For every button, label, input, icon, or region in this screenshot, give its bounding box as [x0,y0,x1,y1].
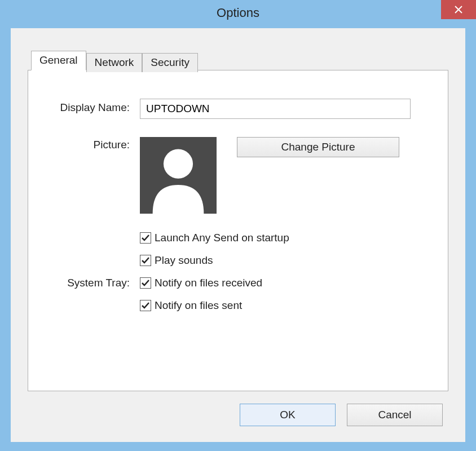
tab-strip: General Network Security [31,51,448,70]
system-tray-row: System Tray: Notify on files received [44,277,432,312]
display-name-label: Display Name: [44,99,140,117]
display-name-row: Display Name: [44,99,432,119]
launch-startup-label[interactable]: Launch Any Send on startup [155,232,289,244]
notify-received-label[interactable]: Notify on files received [155,277,262,289]
close-button[interactable] [441,0,476,19]
picture-label: Picture: [44,137,140,151]
system-tray-label: System Tray: [44,277,140,289]
titlebar: Options [0,0,476,26]
notify-sent-label[interactable]: Notify on files sent [155,299,242,312]
svg-point-3 [164,149,193,179]
window-title: Options [0,6,476,20]
play-sounds-label[interactable]: Play sounds [155,254,213,267]
notify-sent-checkbox[interactable] [140,300,151,311]
dialog-content: General Network Security Display Name: P… [11,28,465,442]
button-bar: OK Cancel [28,404,448,426]
startup-options-row: Launch Any Send on startup Play sounds [44,232,432,267]
close-icon [454,5,463,14]
change-picture-button[interactable]: Change Picture [237,137,399,157]
tab-network[interactable]: Network [86,53,143,72]
ok-button[interactable]: OK [240,404,336,426]
options-window: Options General Network Security Display… [0,0,476,451]
cancel-button[interactable]: Cancel [347,404,443,426]
tab-security[interactable]: Security [142,53,198,72]
display-name-input[interactable] [140,99,411,119]
picture-row: Picture: Change Picture [44,137,432,214]
tab-general[interactable]: General [31,51,86,70]
launch-startup-checkbox[interactable] [140,232,151,244]
person-icon [140,137,217,214]
notify-received-checkbox[interactable] [140,277,151,289]
tab-panel-general: Display Name: Picture: [28,70,448,391]
avatar [140,137,217,214]
play-sounds-checkbox[interactable] [140,255,151,266]
